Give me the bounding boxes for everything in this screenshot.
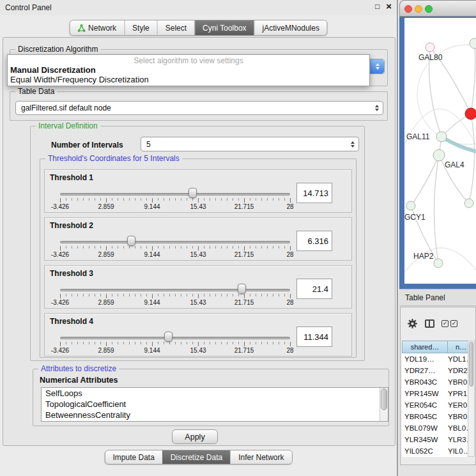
network-node-gcy1[interactable] [406,201,415,210]
table-panel-body: ✓ ✓ shared…n… YDL19…YDL1…YDR27…YDR2…YBR0… [400,307,476,465]
tab-style[interactable]: Style [124,20,157,35]
slider-scale-label: 2.859 [98,251,114,258]
panel-title: Control Panel [5,3,52,12]
settings-gear-icon[interactable] [407,318,418,329]
network-window: GAL80GAL11GAL4GCY1HAP2 [399,0,476,289]
combo-stepper-icon[interactable] [371,102,383,114]
table-cell: YIL052C [402,447,448,455]
node-label: GAL4 [445,160,464,169]
slider-scale-label: 15.43 [190,251,206,258]
column-layout-icon[interactable] [425,319,434,328]
table-cell: YDR27… [402,367,448,374]
network-node-gal11[interactable] [436,132,447,142]
slider-scale-label: -3.426 [51,299,69,306]
attribute-items: SelfLoopsTopologicalCoefficientBetweenne… [42,388,388,420]
combo-stepper-icon[interactable] [347,137,358,151]
table-data-combo[interactable]: galFiltered.sif default node [15,101,383,115]
checkbox-icon[interactable]: ✓ [450,320,457,327]
dropdown-option[interactable]: Manual Discretization [8,65,369,75]
slider-scale-label: 2.859 [98,347,114,354]
table-row[interactable]: YBR045CYBR0… [402,411,473,422]
network-icon [77,24,85,32]
tab-label: Infer Network [238,453,284,462]
table-row[interactable]: YDL19…YDL1… [402,353,473,365]
zoom-traffic-light[interactable] [425,5,433,13]
column-header[interactable]: shared… [402,341,448,353]
table-scrollbar[interactable] [468,341,475,457]
minimize-traffic-light[interactable] [415,5,422,13]
node-label: GAL80 [418,53,443,62]
slider-track[interactable] [60,241,290,243]
num-intervals-combo[interactable]: 5 [141,137,359,151]
tab-network[interactable]: Network [70,20,124,35]
threshold-value[interactable]: 21.4 [296,279,332,299]
network-edge [434,155,439,263]
table-row[interactable]: YBR043CYBR0… [402,376,473,388]
list-scrollbar[interactable] [380,388,388,421]
slider-thumb[interactable] [164,332,173,342]
tab-label: Discretize Data [171,453,222,462]
slider-thumb[interactable] [127,236,135,246]
checkbox-icon[interactable]: ✓ [441,320,449,327]
slider-thumb[interactable] [238,284,246,294]
threshold-panel: Threshold 3 -3.4262.8599.14415.4321.7152… [44,265,352,309]
control-panel-titlebar: Control Panel □ × [0,0,397,15]
slider-track[interactable] [60,337,290,339]
scrollbar-thumb[interactable] [381,388,387,410]
threshold-panel: Threshold 1 -3.4262.8599.14415.4321.7152… [44,169,352,213]
combo-stepper-icon[interactable] [370,59,384,73]
network-node[interactable] [465,108,476,119]
slider-scale-label: 15.43 [190,347,206,354]
close-icon[interactable]: × [386,2,392,11]
network-canvas[interactable]: GAL80GAL11GAL4GCY1HAP2 [404,18,476,284]
app-root: Control Panel □ × NetworkStyleSelectCyni… [0,0,476,476]
network-frame: GAL80GAL11GAL4GCY1HAP2 [399,17,476,289]
threshold-value[interactable]: 14.713 [296,183,332,203]
network-node[interactable] [464,199,473,208]
table-row[interactable]: YPR145WYPR1… [402,388,473,399]
tab-label: Cyni Toolbox [203,24,246,33]
tab-cyni-toolbox[interactable]: Cyni Toolbox [194,20,254,35]
slider-scale-label: 15.43 [190,203,206,210]
tab-discretize-data[interactable]: Discretize Data [162,450,230,464]
numerical-attributes-title: Numerical Attributes [40,376,118,385]
tab-impute-data[interactable]: Impute Data [105,450,162,464]
table-row[interactable]: YIL052CYIL0… [402,445,473,457]
attribute-item[interactable]: BetweennessCentrality [42,410,388,420]
scrollbar-thumb[interactable] [469,342,473,387]
attribute-item[interactable]: SelfLoops [42,388,388,399]
apply-button[interactable]: Apply [172,429,218,444]
slider-scale-label: -3.426 [51,347,69,354]
bottom-tabbar: Impute DataDiscretize DataInfer Network [104,450,292,464]
table-row[interactable]: YDR27…YDR2… [402,365,473,376]
table-row[interactable]: YER054CYER0… [402,399,473,411]
network-node[interactable] [470,38,476,49]
table-data-combo-text: galFiltered.sif default node [16,104,371,112]
numerical-attributes-list[interactable]: SelfLoopsTopologicalCoefficientBetweenne… [41,387,388,422]
dropdown-option[interactable]: Equal Width/Frequency Discretization [8,75,369,84]
network-node-gal4[interactable] [433,150,445,161]
threshold-value[interactable]: 6.316 [296,231,332,251]
slider-scale-label: 9.144 [144,251,160,258]
attribute-item[interactable]: TopologicalCoefficient [42,399,388,410]
table-row[interactable]: YLR345WYLR3… [402,434,473,445]
tab-label: Style [132,24,150,33]
slider-ticks [60,342,291,346]
select-columns-icons: ✓ ✓ [441,320,457,327]
float-window-icon[interactable]: □ [375,2,380,11]
slider-track[interactable] [60,193,290,196]
slider-track[interactable] [60,289,290,291]
tab-select[interactable]: Select [157,20,194,35]
table-cell: YLR345W [402,436,448,443]
slider-scale-label: 2.859 [98,299,114,306]
right-side-panels: GAL80GAL11GAL4GCY1HAP2 Table Panel ✓ ✓ s… [399,0,476,476]
tab-jactivemnodules[interactable]: jActiveMNodules [254,20,327,35]
slider-thumb[interactable] [188,188,197,198]
threshold-value[interactable]: 11.344 [296,326,332,347]
network-node-hap2[interactable] [434,259,443,268]
close-traffic-light[interactable] [404,5,412,13]
tab-infer-network[interactable]: Infer Network [230,450,291,464]
node-label: GAL11 [406,132,430,141]
network-node-gal80[interactable] [426,43,434,52]
table-row[interactable]: YBL079WYBL0… [402,422,473,434]
